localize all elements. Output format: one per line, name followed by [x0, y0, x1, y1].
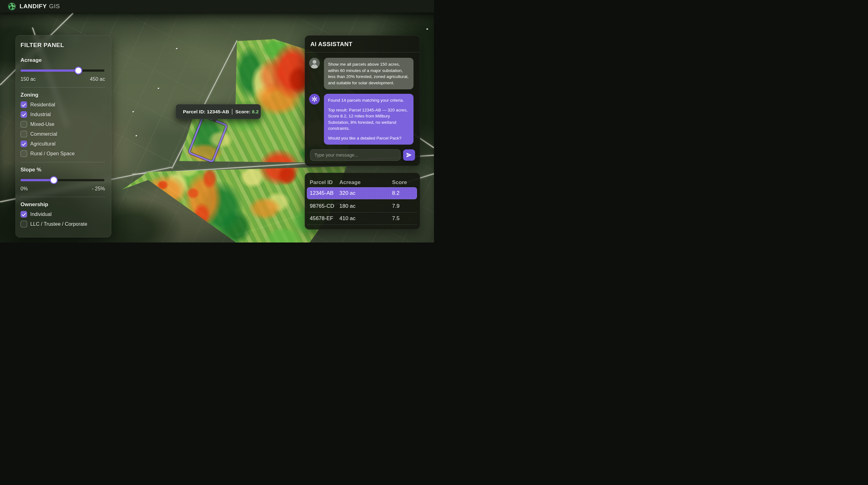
- checkbox-llc-trustee-corporate[interactable]: LLC / Trustee / Corporate: [21, 221, 105, 227]
- table-row[interactable]: 45678-EF 410 ac 7.5: [305, 212, 420, 225]
- building: [135, 135, 137, 136]
- building: [176, 48, 178, 49]
- brand-suffix: GIS: [49, 3, 60, 10]
- slider-fill: [21, 179, 54, 181]
- slope-slider[interactable]: [21, 177, 104, 183]
- ai-message-bubble: Found 14 parcels matching your criteria.…: [324, 94, 413, 145]
- checkbox[interactable]: [21, 211, 27, 218]
- table-header-row: Parcel ID Acreage Score: [305, 178, 420, 187]
- checkbox-rural-open-space[interactable]: Rural / Open Space: [21, 150, 105, 157]
- checkbox[interactable]: [21, 131, 27, 137]
- chat-input[interactable]: [310, 149, 401, 161]
- checkbox[interactable]: [21, 111, 27, 118]
- slope-label: Slope %: [21, 167, 105, 173]
- ai-message-p1: Found 14 parcels matching your criteria.: [328, 97, 409, 104]
- app-window: LANDIFY GIS: [0, 0, 434, 242]
- checkbox-individual[interactable]: Individual: [21, 211, 105, 218]
- send-button[interactable]: [403, 149, 415, 161]
- tooltip-divider: [232, 109, 232, 115]
- brand-name: LANDIFY: [20, 3, 47, 10]
- acreage-min: 150 ac: [21, 77, 36, 82]
- tooltip-score: 8.2: [252, 109, 259, 114]
- parcel-tooltip: Parcel ID: 12345-ABScore: 8.2: [176, 104, 261, 119]
- acreage-slider-thumb[interactable]: [75, 67, 82, 74]
- tooltip-text: Parcel ID: 12345-ABScore: 8.2: [183, 109, 259, 115]
- acreage-max: 450 ac: [90, 77, 105, 82]
- slope-max: - 25%: [92, 186, 105, 192]
- zoning-label: Zoning: [21, 92, 105, 98]
- app-header: LANDIFY GIS: [0, 0, 434, 12]
- user-avatar: [309, 58, 320, 68]
- column-acreage: Acreage: [339, 179, 392, 186]
- user-message-bubble: Show me all parcels above 150 acres, wit…: [324, 58, 413, 89]
- acreage-label: Acreage: [21, 57, 105, 63]
- slider-fill: [21, 69, 79, 72]
- checkbox[interactable]: [21, 141, 27, 147]
- ai-message-p3: Would you like a detailed Parcel Pack?: [328, 135, 409, 141]
- checkbox-industrial[interactable]: Industrial: [21, 111, 105, 118]
- checkbox[interactable]: [21, 102, 27, 108]
- openai-icon: [309, 94, 320, 105]
- checkbox[interactable]: [21, 150, 27, 157]
- building: [427, 28, 428, 30]
- slope-slider-thumb[interactable]: [51, 177, 57, 183]
- send-icon: [406, 152, 412, 158]
- filter-panel-title: FILTER PANEL: [21, 42, 105, 49]
- checkbox[interactable]: [21, 121, 27, 127]
- checkbox-agricultural[interactable]: Agricultural: [21, 141, 105, 147]
- column-score: Score: [392, 179, 420, 186]
- building: [132, 111, 134, 112]
- checkbox-mixed-use[interactable]: Mixed-Use: [21, 121, 105, 127]
- chat-thread: Show me all parcels above 150 acres, wit…: [305, 52, 420, 145]
- filter-panel: FILTER PANEL Acreage 150 ac 450 ac Zonin…: [16, 35, 111, 237]
- slope-min: 0%: [21, 186, 28, 192]
- table-row[interactable]: 98765-CD 180 ac 7.9: [305, 200, 420, 212]
- table-row[interactable]: 12345-AB 320 ac 8.2: [307, 187, 417, 199]
- ownership-label: Ownership: [21, 201, 105, 208]
- checkbox[interactable]: [21, 221, 27, 227]
- checkbox-commercial[interactable]: Commercial: [21, 131, 105, 137]
- ai-panel-title: AI ASSISTANT: [305, 35, 420, 52]
- globe-logo-icon: [7, 2, 16, 11]
- acreage-slider[interactable]: [21, 67, 104, 73]
- user-message-row: Show me all parcels above 150 acres, wit…: [309, 58, 415, 89]
- column-parcel-id: Parcel ID: [310, 179, 339, 186]
- ai-message-p2: Top result: Parcel 12345-AB — 320 acres,…: [328, 107, 409, 132]
- ai-assistant-panel: AI ASSISTANT Show me all parcels above 1…: [305, 35, 420, 166]
- building: [158, 88, 159, 89]
- results-table-panel: Parcel ID Acreage Score 12345-AB 320 ac …: [305, 173, 420, 230]
- checkbox-residential[interactable]: Residential: [21, 102, 105, 108]
- ai-message-row: Found 14 parcels matching your criteria.…: [309, 94, 415, 145]
- row-divider: [307, 225, 417, 225]
